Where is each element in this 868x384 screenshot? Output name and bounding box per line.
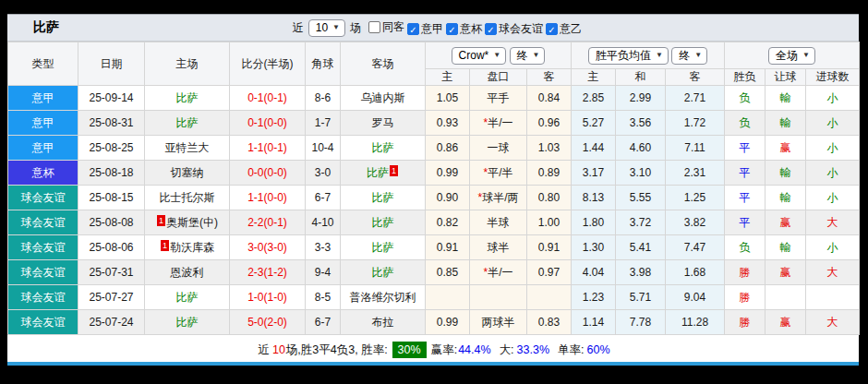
filter-label[interactable]: 同客 xyxy=(382,19,404,35)
cell-date: 25-08-06 xyxy=(78,235,145,260)
filter-label[interactable]: 意甲 xyxy=(421,21,443,37)
cell-ah-home-odds: 0.99 xyxy=(426,161,470,186)
table-row: 球会友谊25-07-31恩波利2-3(1-2)9-4比萨0.85*半/一0.97… xyxy=(8,260,860,285)
checkbox-checked-icon[interactable]: ✓ xyxy=(546,23,558,35)
fulltime-score: 0-0 xyxy=(247,166,263,179)
halftime-score: (0-0) xyxy=(264,191,287,204)
cell-score: 5-0(2-0) xyxy=(230,310,306,335)
handicap-line: 半/一 xyxy=(488,116,512,129)
team-name: 布拉 xyxy=(372,316,394,329)
cell-avg-draw-odds: 5.71 xyxy=(616,285,666,310)
cell-result-goals: 大 xyxy=(806,260,860,285)
handicap-line: 两球半 xyxy=(482,316,515,329)
page-title: 比萨 xyxy=(33,19,59,36)
team-name: 比萨 xyxy=(372,241,394,254)
wdl-result: 勝 xyxy=(740,291,751,304)
team-name: 奥斯堡(中) xyxy=(166,216,218,229)
cell-result-handicap: 輸 xyxy=(766,186,806,210)
handicap-line: 球半 xyxy=(488,241,510,254)
checkbox-checked-icon[interactable]: ✓ xyxy=(407,23,419,35)
cell-home-team: 比萨 xyxy=(145,285,230,310)
halftime-score: (1-0) xyxy=(264,291,287,304)
col-header-date: 日期 xyxy=(78,42,145,86)
fulltime-select[interactable]: 全场▼ xyxy=(768,47,815,65)
cell-ah-home-odds: 0.86 xyxy=(426,136,470,161)
cell-result-handicap: 赢 xyxy=(766,310,806,335)
cell-ah-line: *半/一 xyxy=(470,260,527,285)
cell-avg-home-odds: 3.17 xyxy=(572,161,616,186)
league-filter-球会友谊[interactable]: ✓球会友谊 xyxy=(485,21,543,37)
cell-ah-away-odds: 0.89 xyxy=(527,161,572,186)
team-name: 恩波利 xyxy=(171,266,204,279)
checkbox-checked-icon[interactable]: ✓ xyxy=(446,23,458,35)
sub-header-avg-away: 客 xyxy=(666,69,725,86)
table-row: 意杯25-08-18切塞纳0-0(0-0)3-0比萨10.99*平/半0.893… xyxy=(8,161,860,186)
cell-league-type: 球会友谊 xyxy=(8,260,78,285)
cell-ah-home-odds xyxy=(426,285,470,310)
cell-away-team: 乌迪内斯 xyxy=(341,86,426,111)
cell-avg-away-odds: 1.72 xyxy=(666,111,725,136)
wdl-result: 勝 xyxy=(740,266,751,279)
filter-label[interactable]: 意杯 xyxy=(460,21,482,37)
cell-ah-away-odds xyxy=(527,285,572,310)
halftime-score: (1-2) xyxy=(264,266,287,279)
cell-away-team: 比萨1 xyxy=(341,161,426,186)
cell-ah-line: 半球 xyxy=(470,210,527,235)
halftime-score: (0-1) xyxy=(264,141,287,154)
cell-avg-draw-odds: 2.99 xyxy=(616,86,666,111)
event-badge: 1 xyxy=(161,240,169,251)
cell-result-wdl: 负 xyxy=(725,235,766,260)
cell-score: 0-0(0-0) xyxy=(230,161,306,186)
cell-away-team: 比萨 xyxy=(341,210,426,235)
handicap-result: 赢 xyxy=(780,216,791,229)
cell-avg-away-odds: 3.82 xyxy=(666,210,725,235)
league-filter-意甲[interactable]: ✓意甲 xyxy=(407,21,443,37)
filter-label[interactable]: 意乙 xyxy=(560,21,582,37)
avg-odds-select[interactable]: 胜平负均值▼ xyxy=(588,47,669,65)
cell-result-handicap: 輸 xyxy=(766,161,806,186)
league-filter-同客[interactable]: 同客 xyxy=(368,19,404,35)
cell-result-handicap: 赢 xyxy=(766,210,806,235)
league-filter-意乙[interactable]: ✓意乙 xyxy=(546,21,582,37)
cell-avg-home-odds: 8.13 xyxy=(572,186,616,210)
cell-result-handicap xyxy=(766,285,806,310)
avg-stage-select[interactable]: 终▼ xyxy=(671,47,707,65)
cell-avg-draw-odds: 3.72 xyxy=(616,210,666,235)
cell-avg-draw-odds: 4.60 xyxy=(616,136,666,161)
filter-label[interactable]: 球会友谊 xyxy=(499,21,543,37)
odds-stage-select[interactable]: 终▼ xyxy=(510,47,546,65)
cell-ah-away-odds: 0.84 xyxy=(527,86,572,111)
match-history-table: 类型 日期 主场 比分(半场) 角球 客场 Crow*▼ 终▼ 胜平负均值▼ 终… xyxy=(7,42,860,335)
cell-ah-line: *半/一 xyxy=(470,111,527,136)
team-name: 普洛维尔切利 xyxy=(350,291,416,304)
odds-company-select[interactable]: Crow*▼ xyxy=(452,47,507,65)
checkbox-unchecked-icon[interactable] xyxy=(368,21,380,33)
team-name: 比萨 xyxy=(372,191,394,204)
checkbox-checked-icon[interactable]: ✓ xyxy=(485,23,497,35)
league-filter-意杯[interactable]: ✓意杯 xyxy=(446,21,482,37)
cell-result-goals: 大 xyxy=(806,210,860,235)
single-rate-label: 单率: xyxy=(558,342,584,358)
sub-header-goals: 进球数 xyxy=(806,69,860,86)
cell-ah-away-odds: 1.00 xyxy=(527,210,572,235)
wdl-result: 平 xyxy=(740,216,751,229)
chevron-down-icon: ▼ xyxy=(493,49,500,62)
cell-result-wdl: 勝 xyxy=(725,260,766,285)
recent-count-select[interactable]: 10▼ xyxy=(308,19,345,37)
handicap-result: 赢 xyxy=(780,141,791,154)
team-name: 比萨 xyxy=(372,216,394,229)
cell-corners: 3-0 xyxy=(306,161,341,186)
cell-league-type: 意甲 xyxy=(8,111,78,136)
cell-league-type: 球会友谊 xyxy=(8,285,78,310)
table-row: 球会友谊25-08-15比士托尔斯1-1(0-0)6-7比萨0.90*球半/两0… xyxy=(8,186,860,210)
team-name: 罗马 xyxy=(372,116,394,129)
summary-recent-num: 10 xyxy=(272,343,285,356)
cell-result-handicap: 輸 xyxy=(766,111,806,136)
handicap-result: 赢 xyxy=(780,266,791,279)
cell-date: 25-07-27 xyxy=(78,285,145,310)
cell-corners: 10-4 xyxy=(306,136,341,161)
halftime-score: (0-1) xyxy=(264,216,287,229)
halftime-score: (0-0) xyxy=(264,166,287,179)
ou-rate-value: 33.3% xyxy=(517,343,549,356)
cell-score: 2-3(1-2) xyxy=(230,260,306,285)
